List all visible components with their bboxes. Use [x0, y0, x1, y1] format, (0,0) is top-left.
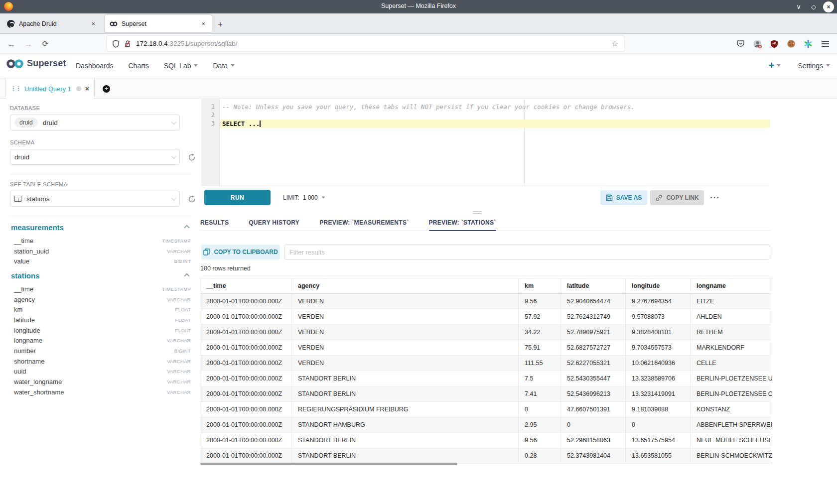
- tab-preview-measurements[interactable]: PREVIEW: `MEASUREMENTS`: [319, 219, 409, 231]
- schema-heading[interactable]: measurements: [11, 223, 191, 232]
- column-name: number: [14, 347, 36, 355]
- url-bar[interactable]: 172.18.0.4:32251/superset/sqllab/ ☆: [107, 36, 624, 51]
- svg-text:uO: uO: [772, 42, 776, 45]
- sql-editor[interactable]: 1 2 3 -- Note: Unless you save your quer…: [201, 99, 770, 185]
- schema-column-row: latitude FLOAT: [10, 315, 192, 325]
- chevron-up-icon[interactable]: [184, 273, 189, 278]
- table-select[interactable]: stations: [10, 191, 180, 207]
- shield-icon[interactable]: [112, 40, 120, 48]
- schema-select[interactable]: druid: [10, 149, 180, 165]
- superset-logo[interactable]: Superset: [6, 58, 66, 69]
- table-row: 2000-01-01T00:00:00.000Z VERDEN 34.22 52…: [200, 325, 772, 340]
- copy-link-button[interactable]: COPY LINK: [650, 190, 704, 205]
- column-header[interactable]: km: [519, 278, 561, 293]
- editor-code-area[interactable]: -- Note: Unless you save your query, the…: [220, 99, 770, 185]
- window-restore-button[interactable]: ◇: [808, 1, 819, 12]
- add-new-button[interactable]: +: [769, 60, 781, 71]
- pane-resize-handle[interactable]: [473, 211, 482, 214]
- column-header[interactable]: latitude: [561, 278, 626, 293]
- cookie-icon[interactable]: [786, 39, 796, 49]
- cell-longname: EITZE: [691, 294, 772, 309]
- column-header[interactable]: agency: [292, 278, 519, 293]
- chevron-up-icon[interactable]: [184, 225, 189, 230]
- save-as-button[interactable]: SAVE AS: [600, 190, 647, 205]
- browser-toolbar: ← → ⟳ 172.18.0.4:32251/superset/sqllab/ …: [0, 34, 837, 53]
- more-options-button[interactable]: ···: [710, 190, 720, 205]
- superset-favicon-icon: [110, 20, 118, 28]
- column-header[interactable]: longname: [691, 278, 772, 293]
- run-button[interactable]: RUN: [204, 190, 271, 205]
- column-name: km: [14, 306, 22, 313]
- refresh-schema-icon[interactable]: [187, 153, 196, 162]
- cell-latitude: 52.6227055321: [561, 356, 626, 371]
- drag-handle-icon[interactable]: ⋮⋮: [10, 85, 20, 92]
- column-type: VARCHAR: [167, 249, 191, 254]
- tab-query-history[interactable]: QUERY HISTORY: [249, 219, 299, 231]
- brand-name: Superset: [27, 58, 66, 69]
- pocket-icon[interactable]: [735, 39, 745, 49]
- table-value: stations: [26, 195, 50, 203]
- cell-latitude: 52.5436996213: [561, 386, 626, 401]
- column-header[interactable]: longitude: [626, 278, 691, 293]
- database-select[interactable]: druid druid: [10, 115, 180, 130]
- limit-value: 1 000: [303, 194, 318, 201]
- tab-close-icon[interactable]: ×: [200, 20, 207, 27]
- lock-insecure-icon[interactable]: [124, 40, 131, 48]
- extension-asterisk-icon[interactable]: [803, 39, 813, 49]
- cell-km: 111.55: [519, 356, 561, 371]
- schema-heading[interactable]: stations: [11, 271, 191, 280]
- settings-menu[interactable]: Settings: [798, 62, 830, 70]
- url-text[interactable]: 172.18.0.4:32251/superset/sqllab/: [136, 40, 611, 47]
- table-row: 2000-01-01T00:00:00.000Z STANDORT BERLIN…: [200, 433, 772, 448]
- forward-icon[interactable]: →: [22, 37, 35, 50]
- tab-close-icon[interactable]: ×: [90, 20, 97, 27]
- query-tab-close-icon[interactable]: ×: [85, 85, 89, 93]
- schema-column-row: water_longname VARCHAR: [10, 377, 192, 387]
- refresh-table-icon[interactable]: [187, 195, 196, 204]
- column-name: __time: [14, 285, 33, 293]
- cell-longname: NEUE MÜHLE SCHLEUSE OP: [691, 433, 772, 448]
- menu-hamburger-icon[interactable]: [820, 39, 830, 49]
- nav-sql-lab[interactable]: SQL Lab: [164, 62, 198, 70]
- add-query-tab-button[interactable]: +: [103, 85, 110, 93]
- ublock-origin-icon[interactable]: uO: [769, 39, 779, 49]
- column-name: water_shortname: [14, 388, 64, 396]
- bookmark-star-icon[interactable]: ☆: [611, 39, 619, 48]
- column-header[interactable]: __time: [200, 278, 292, 293]
- cell-km: 34.22: [519, 325, 561, 340]
- back-icon[interactable]: ←: [5, 37, 18, 50]
- cell-time: 2000-01-01T00:00:00.000Z: [200, 325, 292, 340]
- cell-longitude: 9.57088073: [626, 309, 691, 324]
- sqllab-main-pane: 1 2 3 -- Note: Unless you save your quer…: [200, 99, 772, 504]
- line-number: 3: [201, 120, 219, 128]
- nav-charts[interactable]: Charts: [129, 62, 149, 70]
- new-tab-button[interactable]: +: [214, 18, 226, 30]
- cell-longname: MARKLENDORF: [691, 340, 772, 355]
- nav-dashboards[interactable]: Dashboards: [76, 62, 114, 70]
- limit-dropdown[interactable]: LIMIT: 1 000: [279, 190, 329, 205]
- column-type: TIMESTAMP: [162, 238, 191, 244]
- cell-longname: AHLDEN: [691, 309, 772, 324]
- cell-agency: VERDEN: [292, 356, 519, 371]
- tab-results[interactable]: RESULTS: [200, 219, 229, 231]
- window-close-button[interactable]: ×: [823, 1, 834, 12]
- tab-preview-stations[interactable]: PREVIEW: `STATIONS`: [429, 219, 496, 231]
- cell-km: 57.92: [519, 309, 561, 324]
- nav-data[interactable]: Data: [213, 62, 235, 70]
- browser-tab-superset[interactable]: Superset ×: [105, 15, 212, 32]
- cell-km: 9.56: [519, 294, 561, 309]
- horizontal-scrollbar-thumb[interactable]: [200, 463, 457, 465]
- extension-account-icon[interactable]: [752, 39, 762, 49]
- table-row: 2000-01-01T00:00:00.000Z VERDEN 57.92 52…: [200, 309, 772, 325]
- link-icon: [655, 194, 663, 202]
- copy-to-clipboard-button[interactable]: COPY TO CLIPBOARD: [201, 245, 280, 259]
- reload-icon[interactable]: ⟳: [39, 37, 52, 50]
- cell-time: 2000-01-01T00:00:00.000Z: [200, 356, 292, 371]
- column-name: longname: [14, 337, 42, 344]
- query-tab-untitled[interactable]: ⋮⋮ Untitled Query 1 ×: [5, 78, 95, 99]
- cell-time: 2000-01-01T00:00:00.000Z: [200, 340, 292, 355]
- browser-tab-apache-druid[interactable]: Apache Druid ×: [2, 15, 102, 32]
- column-type: VARCHAR: [167, 379, 191, 384]
- window-minimize-button[interactable]: ∨: [793, 1, 804, 12]
- filter-results-input[interactable]: [284, 245, 770, 259]
